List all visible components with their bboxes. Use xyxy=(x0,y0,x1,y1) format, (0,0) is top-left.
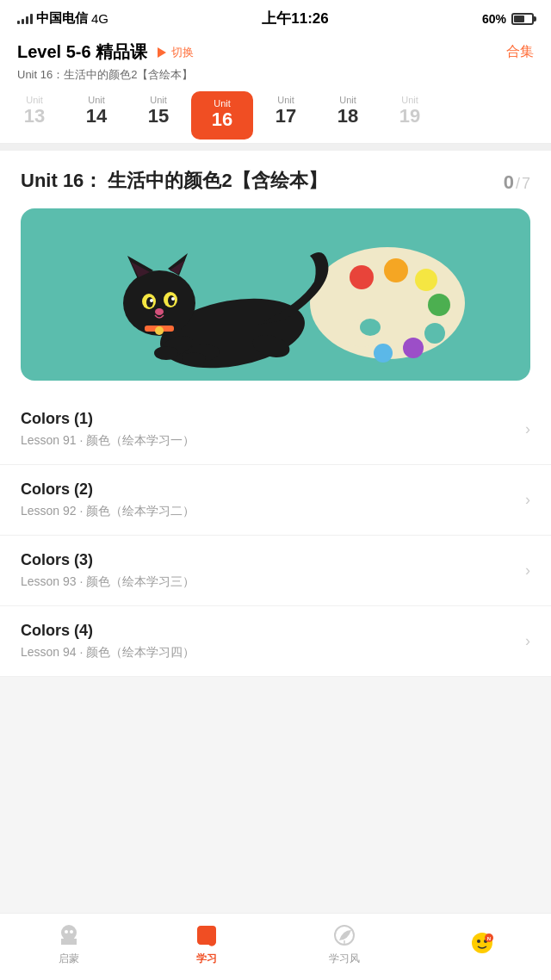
chevron-right-icon: › xyxy=(525,420,530,438)
lessons-list: Colors (1) Lesson 91 · 颜色（绘本学习一） › Color… xyxy=(0,394,551,677)
svg-point-34 xyxy=(70,930,73,933)
nav-item-profile[interactable]: N xyxy=(448,930,517,959)
svg-point-28 xyxy=(154,346,178,360)
svg-marker-0 xyxy=(158,47,166,58)
avatar-icon: N xyxy=(469,930,495,956)
nav-item-xuexifeng[interactable]: 学习风 xyxy=(310,922,379,966)
nav-item-xuexi[interactable]: 学习 xyxy=(172,922,241,966)
lesson-item-2[interactable]: Colors (2) Lesson 92 · 颜色（绘本学习二） › xyxy=(0,465,551,536)
status-battery: 60% xyxy=(482,12,534,26)
svg-point-39 xyxy=(208,939,215,946)
header: Level 5-6 精品课 切换 合集 Unit 16：生活中的颜色2【含绘本】 xyxy=(0,34,551,88)
switch-button[interactable]: 切换 xyxy=(156,45,194,60)
leaf-icon xyxy=(331,922,357,948)
svg-point-9 xyxy=(403,338,424,358)
unit-tab-14[interactable]: Unit 14 xyxy=(65,88,127,143)
divider xyxy=(0,144,551,151)
signal-icon xyxy=(17,14,33,24)
unit-tab-13[interactable]: Unit 13 xyxy=(3,88,65,143)
svg-point-29 xyxy=(182,352,206,366)
svg-point-6 xyxy=(415,269,437,291)
collection-button[interactable]: 合集 xyxy=(506,43,534,61)
svg-point-10 xyxy=(374,344,393,363)
svg-point-8 xyxy=(424,323,445,344)
svg-point-31 xyxy=(61,925,77,940)
status-time: 上午11:26 xyxy=(262,9,328,28)
unit-tab-18[interactable]: Unit 18 xyxy=(317,88,379,143)
svg-point-22 xyxy=(171,297,175,301)
content-title: Unit 16： 生活中的颜色2【含绘本】 xyxy=(21,168,493,195)
svg-point-20 xyxy=(168,295,175,306)
nav-label-xuexifeng: 学习风 xyxy=(329,952,360,966)
nav-item-qimeng[interactable]: 启蒙 xyxy=(34,922,103,966)
nav-label-xuexi: 学习 xyxy=(196,952,217,966)
play-icon xyxy=(156,47,168,59)
svg-point-19 xyxy=(146,297,153,307)
status-bar: 中国电信 4G 上午11:26 60% xyxy=(0,0,551,34)
svg-point-5 xyxy=(384,258,408,282)
lesson-item-3[interactable]: Colors (3) Lesson 93 · 颜色（绘本学习三） › xyxy=(0,536,551,606)
header-subtitle: Unit 16：生活中的颜色2【含绘本】 xyxy=(17,67,534,88)
unit-tab-17[interactable]: Unit 17 xyxy=(255,88,317,143)
unit-tab-19[interactable]: Unit 19 xyxy=(379,88,441,143)
battery-icon xyxy=(511,13,534,25)
unit-illustration xyxy=(21,208,530,381)
unit-tab-16[interactable]: Unit 16 xyxy=(191,91,253,140)
svg-point-4 xyxy=(350,265,374,289)
content-area: Unit 16： 生活中的颜色2【含绘本】 0 / 7 xyxy=(0,151,551,394)
svg-point-25 xyxy=(155,326,164,335)
svg-point-21 xyxy=(150,299,153,302)
unit-tabs: Unit 13 Unit 14 Unit 15 Unit 16 Unit 17 … xyxy=(0,88,551,144)
chevron-right-icon: › xyxy=(525,491,530,509)
unit-tab-15[interactable]: Unit 15 xyxy=(127,88,189,143)
svg-text:N: N xyxy=(487,936,491,941)
svg-point-43 xyxy=(477,940,480,943)
nav-label-qimeng: 启蒙 xyxy=(59,952,79,966)
header-top: Level 5-6 精品课 切换 合集 xyxy=(17,40,534,64)
status-carrier: 中国电信 4G xyxy=(17,10,108,27)
svg-point-23 xyxy=(155,308,164,315)
lesson-item-1[interactable]: Colors (1) Lesson 91 · 颜色（绘本学习一） › xyxy=(0,394,551,465)
content-header: Unit 16： 生活中的颜色2【含绘本】 0 / 7 xyxy=(21,168,530,195)
lesson-item-4[interactable]: Colors (4) Lesson 94 · 颜色（绘本学习四） › xyxy=(0,606,551,677)
ghost-icon xyxy=(56,922,82,948)
study-icon xyxy=(194,922,220,948)
bottom-nav: 启蒙 学习 学习风 xyxy=(0,913,551,980)
chevron-right-icon: › xyxy=(525,561,530,580)
svg-point-7 xyxy=(428,294,450,316)
progress-badge: 0 / 7 xyxy=(504,168,530,194)
header-title: Level 5-6 精品课 切换 xyxy=(17,40,194,64)
chevron-right-icon: › xyxy=(525,632,530,650)
svg-point-33 xyxy=(65,930,68,933)
svg-point-3 xyxy=(360,319,381,336)
